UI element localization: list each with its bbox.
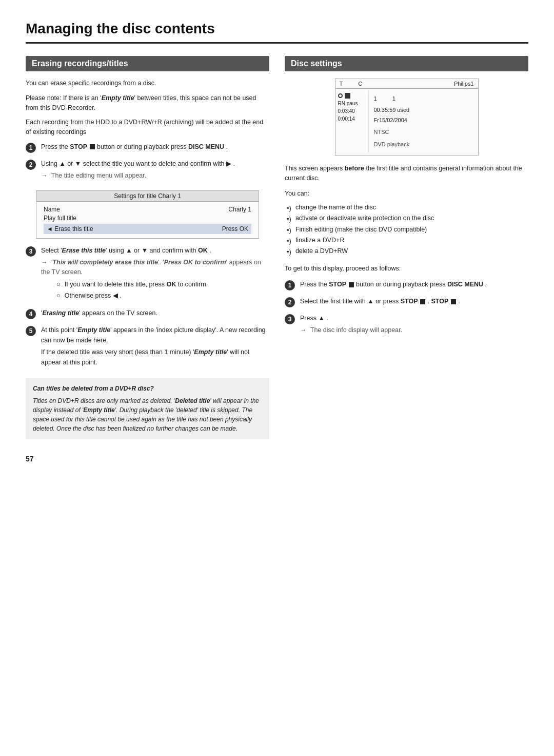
disc-display-left-panel: RN paus 0:03:40 0:00:14 — [335, 91, 369, 153]
intro-line-3: Each recording from the HDD to a DVD+RW/… — [26, 118, 269, 137]
step-1: 1 Press the STOP button or during playba… — [26, 142, 269, 153]
step-4: 4 'Erasing title' appears on the TV scre… — [26, 308, 269, 319]
dialog-title: Settings for title Charly 1 — [36, 191, 259, 202]
right-step-2: 2 Select the first title with ▲ or press… — [285, 297, 528, 307]
disc-date: Fr15/02/2004 — [374, 115, 473, 126]
intro-line-1: You can erase specific recordings from a… — [26, 79, 269, 88]
disc-left-labels: RN paus 0:03:40 0:00:14 — [338, 100, 366, 123]
cap-1: •)change the name of the disc — [287, 204, 528, 213]
dialog-box: Settings for title Charly 1 Name Charly … — [36, 190, 259, 239]
step-3: 3 Select 'Erase this title' using ▲ or ▼… — [26, 246, 269, 303]
dialog-value-name: Charly 1 — [228, 206, 251, 213]
right-intro: This screen appears before the first tit… — [285, 164, 528, 183]
disc-col-T: T — [340, 81, 343, 87]
disc-icons — [338, 93, 366, 99]
cap-3: •)Finish editing (make the disc DVD comp… — [287, 226, 528, 235]
disc-header-brand: Philips1 — [454, 81, 474, 87]
disc-time-used: 00:35:59 used — [374, 105, 473, 115]
disc-format: NTSC — [374, 127, 473, 138]
cap-2: •)activate or deactivate write protectio… — [287, 215, 528, 224]
step-1-number: 1 — [26, 143, 36, 153]
disc-val-T: 1 — [374, 94, 377, 104]
left-column: Erasing recordings/titles You can erase … — [26, 56, 269, 439]
dialog-highlight-row: ◄ Erase this title Press OK — [44, 224, 251, 234]
page-number: 57 — [26, 455, 528, 463]
disc-display-header: T C Philips1 — [335, 79, 478, 89]
right-step-3-content: Press ▲ . → The disc info display will a… — [300, 314, 528, 338]
dialog-label-play: Play full title — [44, 215, 76, 222]
disc-display-right-panel: 1 1 00:35:59 used Fr15/02/2004 NTSC DVD … — [369, 91, 478, 153]
right-step-2-number: 2 — [285, 297, 295, 307]
page-title: Managing the disc contents — [26, 21, 528, 44]
right-step-2-content: Select the first title with ▲ or press S… — [300, 297, 528, 306]
cap-5: •)delete a DVD+RW — [287, 247, 528, 257]
dialog-row-play: Play full title — [44, 215, 251, 222]
info-box-title: Can titles be deleted from a DVD+R disc? — [33, 384, 262, 393]
dialog-erase-value: Press OK — [93, 225, 248, 232]
disc-col-values: 1 1 — [374, 94, 473, 104]
dialog-row-name: Name Charly 1 — [44, 206, 251, 213]
right-step-3-number: 3 — [285, 314, 295, 324]
disc-header-cols: T C — [340, 81, 363, 87]
right-section-header: Disc settings — [285, 56, 528, 71]
right-column: Disc settings T C Philips1 RN paus — [285, 56, 528, 344]
step-5-content: At this point 'Empty title' appears in t… — [41, 325, 269, 370]
disc-val-C: 1 — [392, 94, 395, 104]
right-step-1-content: Press the STOP button or during playback… — [300, 280, 528, 289]
step-3-subitems: ○ If you want to delete this title, pres… — [56, 280, 269, 301]
intro-text: You can erase specific recordings from a… — [26, 79, 269, 137]
proceed-label: To get to this display, proceed as follo… — [285, 264, 528, 274]
disc-col-C: C — [358, 81, 362, 87]
step-4-number: 4 — [26, 309, 36, 319]
cap-4: •)finalize a DVD+R — [287, 237, 528, 246]
right-step-1-number: 1 — [285, 280, 295, 290]
sub-item-2: ○ Otherwise press ◀ . — [56, 291, 269, 301]
step-3-content: Select 'Erase this title' using ▲ or ▼ a… — [41, 246, 269, 303]
disc-mode: DVD playback — [374, 140, 473, 150]
info-box-text: Titles on DVD+R discs are only marked as… — [33, 396, 262, 433]
step-2-number: 2 — [26, 160, 36, 170]
dialog-body: Name Charly 1 Play full title ◄ Erase th… — [36, 202, 259, 238]
capabilities-list: •)change the name of the disc •)activate… — [287, 204, 528, 257]
record-icon — [338, 93, 343, 98]
disc-display: T C Philips1 RN paus 0:03:40 0:00:14 — [335, 79, 479, 156]
left-section-header: Erasing recordings/titles — [26, 56, 269, 71]
main-content: Erasing recordings/titles You can erase … — [26, 56, 528, 439]
step-2: 2 Using ▲ or ▼ select the title you want… — [26, 159, 269, 183]
you-can-label: You can: — [285, 189, 528, 199]
dialog-erase-label: ◄ Erase this title — [47, 225, 93, 232]
sub-item-1: ○ If you want to delete this title, pres… — [56, 280, 269, 289]
right-step-3: 3 Press ▲ . → The disc info display will… — [285, 314, 528, 338]
step-5-number: 5 — [26, 326, 36, 336]
info-box: Can titles be deleted from a DVD+R disc?… — [26, 378, 269, 439]
step-4-content: 'Erasing title' appears on the TV screen… — [41, 308, 269, 318]
disc-display-body: RN paus 0:03:40 0:00:14 1 1 00:35:59 use… — [335, 89, 478, 155]
step-2-content: Using ▲ or ▼ select the title you want t… — [41, 159, 269, 183]
right-step-1: 1 Press the STOP button or during playba… — [285, 280, 528, 290]
intro-line-2: Please note: If there is an 'Empty title… — [26, 93, 269, 113]
stop-icon — [345, 93, 350, 99]
step-5: 5 At this point 'Empty title' appears in… — [26, 325, 269, 370]
step-3-number: 3 — [26, 246, 36, 257]
step-1-content: Press the STOP button or during playback… — [41, 142, 269, 152]
dialog-label-name: Name — [44, 206, 60, 213]
